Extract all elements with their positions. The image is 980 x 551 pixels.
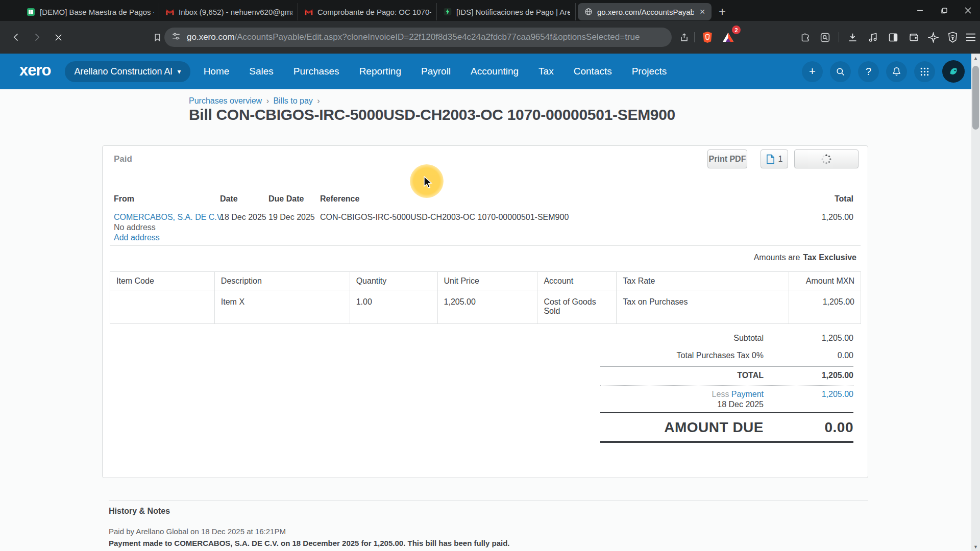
cell-unit-price: 1,205.00 bbox=[437, 290, 537, 324]
url-host: go.xero.com bbox=[187, 32, 235, 42]
avatar[interactable] bbox=[942, 60, 965, 83]
extensions-puzzle-icon[interactable] bbox=[796, 28, 815, 46]
tax-mode-value: Tax Exclusive bbox=[803, 253, 856, 262]
leo-ai-icon[interactable] bbox=[924, 28, 942, 46]
bolt-icon bbox=[443, 8, 452, 16]
tab-ids-notificaciones[interactable]: [IDS] Notificaciones de Pago | Arellano bbox=[437, 3, 576, 20]
nav-item-contacts[interactable]: Contacts bbox=[574, 66, 612, 77]
vpn-shield-icon[interactable] bbox=[943, 28, 962, 46]
grid-icon bbox=[920, 67, 929, 76]
globe-icon bbox=[584, 8, 593, 16]
nav-item-home[interactable]: Home bbox=[204, 66, 230, 77]
xero-logo[interactable]: xero bbox=[19, 61, 51, 80]
table-header-row: Item Code Description Quantity Unit Pric… bbox=[110, 272, 861, 290]
history-entry: Paid by Arellano Global on 18 Dec 2025 a… bbox=[109, 527, 286, 536]
col-description: Description bbox=[214, 272, 350, 290]
page-title: Bill CON-CBIGOS-IRC-5000USD-CH2003-OC 10… bbox=[189, 106, 675, 123]
question-icon: ? bbox=[866, 66, 871, 78]
gmail-icon bbox=[165, 8, 174, 16]
cell-item-code bbox=[110, 290, 215, 324]
sidebar-icon[interactable] bbox=[884, 28, 902, 46]
brave-shield-icon[interactable] bbox=[698, 28, 717, 46]
vertical-scrollbar[interactable]: ▲ ▼ bbox=[971, 54, 980, 551]
breadcrumb-separator: › bbox=[317, 96, 320, 105]
grand-total-label: TOTAL bbox=[600, 371, 764, 380]
brave-rewards-icon[interactable]: 2 bbox=[719, 28, 737, 46]
date-label: Date bbox=[220, 194, 238, 204]
notifications-button[interactable] bbox=[886, 61, 907, 82]
supplier-link[interactable]: COMERCABOS, S.A. DE C.V. bbox=[114, 213, 224, 222]
spinner-icon bbox=[821, 154, 832, 165]
scroll-up-icon[interactable]: ▲ bbox=[971, 54, 980, 62]
url-bar[interactable]: go.xero.com/AccountsPayable/Edit.aspx?cl… bbox=[164, 28, 672, 47]
line-items-table: Item Code Description Quantity Unit Pric… bbox=[110, 271, 861, 324]
add-address-link[interactable]: Add address bbox=[114, 233, 160, 242]
tax-row: Total Purchases Tax 0% 0.00 bbox=[600, 347, 853, 364]
tab-gmail-comprobante[interactable]: Comprobante de Pago: OC 1070-0000 bbox=[298, 3, 437, 20]
nav-item-accounting[interactable]: Accounting bbox=[471, 66, 519, 77]
total-row: TOTAL 1,205.00 bbox=[600, 367, 853, 384]
maximize-button[interactable] bbox=[932, 0, 956, 21]
tab-gmail-inbox[interactable]: Inbox (9,652) - nehuenv620@gmail.com bbox=[159, 3, 298, 20]
apps-grid-button[interactable] bbox=[914, 61, 935, 82]
bill-card: Paid Print PDF 1 From COMERCABOS, S.A. D… bbox=[102, 145, 868, 478]
breadcrumb-purchases-overview[interactable]: Purchases overview bbox=[189, 96, 262, 105]
col-quantity: Quantity bbox=[350, 272, 437, 290]
nav-item-tax[interactable]: Tax bbox=[538, 66, 554, 77]
stop-loading-icon[interactable] bbox=[49, 28, 67, 46]
chevron-down-icon: ▾ bbox=[178, 67, 181, 76]
new-tab-button[interactable]: + bbox=[712, 5, 733, 19]
nav-right-icons: + ? bbox=[802, 60, 965, 83]
search-panel-icon[interactable] bbox=[816, 28, 834, 46]
nav-item-payroll[interactable]: Payroll bbox=[421, 66, 451, 77]
tab-close-icon[interactable]: ✕ bbox=[698, 8, 706, 16]
forward-icon[interactable] bbox=[28, 28, 46, 46]
tab-title: [IDS] Notificaciones de Pago | Arellano bbox=[456, 8, 570, 16]
divider bbox=[109, 500, 868, 500]
payment-link[interactable]: Payment bbox=[731, 390, 764, 398]
breadcrumb-bills-to-pay[interactable]: Bills to pay bbox=[273, 96, 312, 105]
scroll-down-icon[interactable]: ▼ bbox=[971, 542, 980, 551]
total-label: Total bbox=[835, 194, 853, 204]
reference-value: CON-CBIGOS-IRC-5000USD-CH2003-OC 1070-00… bbox=[320, 213, 569, 222]
nav-item-sales[interactable]: Sales bbox=[249, 66, 274, 77]
tax-value: 0.00 bbox=[764, 351, 853, 360]
attachments-button[interactable]: 1 bbox=[761, 149, 788, 168]
bookmark-icon[interactable] bbox=[148, 28, 166, 46]
close-window-button[interactable] bbox=[956, 0, 980, 21]
browser-toolbar: go.xero.com/AccountsPayable/Edit.aspx?cl… bbox=[0, 21, 980, 54]
back-icon[interactable] bbox=[7, 28, 26, 46]
breadcrumb-separator: › bbox=[266, 96, 269, 105]
payment-row: Less Payment 1,205.00 bbox=[600, 386, 853, 399]
breadcrumb: Purchases overview › Bills to pay › bbox=[189, 96, 322, 106]
tab-title: Inbox (9,652) - nehuenv620@gmail.com bbox=[179, 8, 292, 16]
nav-item-projects[interactable]: Projects bbox=[632, 66, 667, 77]
nav-item-purchases[interactable]: Purchases bbox=[293, 66, 339, 77]
subtotal-row: Subtotal 1,205.00 bbox=[600, 330, 853, 347]
org-switcher[interactable]: Arellano Construction Al ▾ bbox=[65, 61, 190, 82]
search-button[interactable] bbox=[830, 61, 851, 82]
tab-xero-active[interactable]: go.xero.com/AccountsPayable/E ✕ bbox=[578, 3, 712, 20]
no-address-text: No address bbox=[114, 223, 156, 232]
minimize-button[interactable] bbox=[908, 0, 932, 21]
wallet-icon[interactable] bbox=[904, 28, 923, 46]
attachment-count: 1 bbox=[778, 155, 783, 164]
site-settings-icon[interactable] bbox=[172, 32, 181, 43]
tab-title: Comprobante de Pago: OC 1070-0000 bbox=[317, 8, 431, 16]
less-label: Less bbox=[712, 390, 729, 398]
bill-options-loading-button[interactable] bbox=[794, 149, 859, 168]
download-icon[interactable] bbox=[843, 28, 862, 46]
scrollbar-thumb[interactable] bbox=[972, 66, 979, 130]
playlist-icon[interactable] bbox=[864, 28, 882, 46]
menu-icon[interactable] bbox=[962, 28, 980, 46]
tab-sheets[interactable]: [DEMO] Base Maestra de Pagos - Goog bbox=[20, 3, 159, 20]
help-button[interactable]: ? bbox=[858, 61, 879, 82]
add-new-button[interactable]: + bbox=[802, 61, 823, 82]
status-badge: Paid bbox=[114, 154, 132, 164]
print-pdf-button[interactable]: Print PDF bbox=[707, 149, 747, 168]
nav-items: Home Sales Purchases Reporting Payroll A… bbox=[204, 66, 667, 77]
payment-amount-link[interactable]: 1,205.00 bbox=[764, 390, 853, 399]
nav-item-reporting[interactable]: Reporting bbox=[359, 66, 401, 77]
toolbar-separator bbox=[839, 32, 839, 42]
share-icon[interactable] bbox=[675, 28, 693, 46]
